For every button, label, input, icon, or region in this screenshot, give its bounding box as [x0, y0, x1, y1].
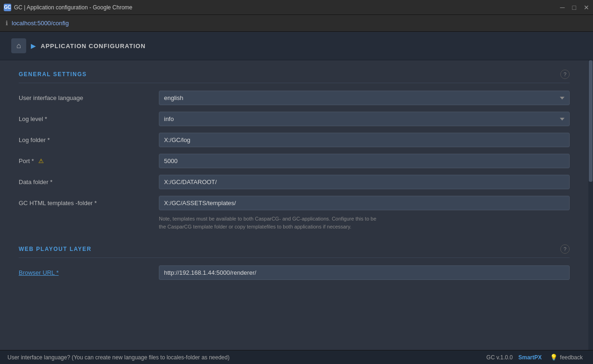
- browser-url-label: Browser URL *: [19, 269, 159, 276]
- general-settings-help[interactable]: ?: [560, 70, 570, 79]
- status-right: GC v.1.0.0 SmartPX 💡 feedback: [486, 353, 586, 362]
- content-area: GENERAL SETTINGS ? User interface langua…: [0, 60, 588, 350]
- maximize-button[interactable]: □: [572, 4, 576, 11]
- language-select[interactable]: english german french spanish: [159, 91, 570, 105]
- main-content: GENERAL SETTINGS ? User interface langua…: [0, 60, 593, 350]
- general-settings-title: GENERAL SETTINGS: [19, 71, 87, 78]
- app-favicon: GC: [4, 4, 11, 11]
- browser-url-row: Browser URL *: [19, 265, 570, 280]
- web-playout-header: WEB PLAYOUT LAYER ?: [19, 244, 570, 258]
- home-icon: ⌂: [16, 42, 21, 50]
- language-label: User interface language: [19, 94, 159, 101]
- data-folder-label: Data folder *: [19, 178, 159, 186]
- log-level-label: Log level *: [19, 115, 159, 122]
- general-settings-section: GENERAL SETTINGS ? User interface langua…: [19, 70, 570, 230]
- data-folder-input[interactable]: [159, 175, 570, 189]
- address-info-icon: ℹ: [6, 20, 8, 27]
- home-button[interactable]: ⌂: [11, 38, 26, 53]
- page-title: APPLICATION CONFIGURATION: [41, 43, 146, 50]
- log-folder-label: Log folder *: [19, 136, 159, 143]
- app-container: ⌂ ▶ APPLICATION CONFIGURATION GENERAL SE…: [0, 32, 593, 364]
- browser-url-input[interactable]: [159, 265, 570, 280]
- log-folder-row: Log folder *: [19, 133, 570, 147]
- general-settings-header: GENERAL SETTINGS ?: [19, 70, 570, 83]
- window-controls: ─ □ ✕: [560, 4, 589, 11]
- smartpx-label: SmartPX: [518, 354, 542, 361]
- minimize-button[interactable]: ─: [560, 4, 565, 11]
- address-url[interactable]: localhost:5000/config: [12, 20, 69, 27]
- web-playout-help[interactable]: ?: [560, 244, 570, 254]
- app-header: ⌂ ▶ APPLICATION CONFIGURATION: [0, 32, 593, 60]
- port-label: Port * ⚠: [19, 157, 159, 164]
- port-input[interactable]: [159, 154, 570, 168]
- feedback-button[interactable]: 💡 feedback: [547, 353, 586, 362]
- log-folder-input[interactable]: [159, 133, 570, 147]
- html-templates-hint: Note, templates must be available to bot…: [159, 215, 383, 230]
- web-playout-title: WEB PLAYOUT LAYER: [19, 246, 92, 252]
- status-message: User interface language? (You can create…: [7, 354, 229, 361]
- language-row: User interface language english german f…: [19, 91, 570, 105]
- status-bar: User interface language? (You can create…: [0, 350, 593, 364]
- html-templates-input[interactable]: [159, 196, 570, 210]
- port-row: Port * ⚠: [19, 154, 570, 168]
- chrome-titlebar: GC GC | Application configuration - Goog…: [0, 0, 593, 15]
- chrome-addressbar: ℹ localhost:5000/config: [0, 15, 593, 32]
- version-label: GC v.1.0.0: [486, 354, 513, 361]
- html-templates-label: GC HTML templates -folder *: [19, 200, 159, 207]
- scrollbar-thumb[interactable]: [589, 60, 593, 182]
- feedback-label: feedback: [560, 354, 583, 361]
- log-level-row: Log level * debug info warning error: [19, 112, 570, 126]
- web-playout-section: WEB PLAYOUT LAYER ? Browser URL *: [19, 244, 570, 280]
- port-warning-icon: ⚠: [38, 157, 44, 164]
- data-folder-row: Data folder *: [19, 175, 570, 189]
- log-level-select[interactable]: debug info warning error: [159, 112, 570, 126]
- html-templates-row: GC HTML templates -folder *: [19, 196, 570, 210]
- window-title: GC | Application configuration - Google …: [14, 4, 560, 11]
- scrollbar-track[interactable]: [588, 60, 593, 350]
- close-button[interactable]: ✕: [584, 4, 589, 11]
- breadcrumb-arrow: ▶: [31, 42, 36, 50]
- feedback-icon: 💡: [550, 354, 557, 361]
